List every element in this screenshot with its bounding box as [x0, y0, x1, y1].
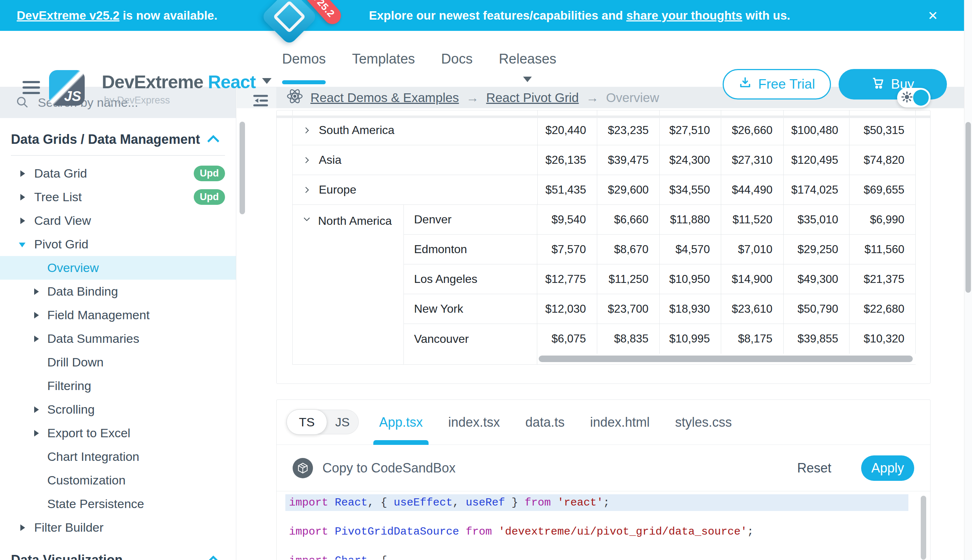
file-tabs: App.tsx index.tsx data.ts index.html sty…	[379, 400, 732, 445]
breadcrumb-demos-link[interactable]: React Demos & Examples	[310, 90, 459, 105]
sidebar-item-drill-down[interactable]: Drill Down	[0, 350, 236, 374]
tab-data-ts[interactable]: data.ts	[525, 400, 564, 445]
pivot-value-cell: $18,930	[660, 294, 721, 323]
pivot-value-cell: $120,495	[784, 145, 850, 175]
brand-title[interactable]: DevExtreme React	[102, 72, 271, 93]
code-token: , {	[368, 497, 394, 509]
region-label: Asia	[319, 153, 341, 167]
sidebar-gutter	[237, 87, 276, 560]
theme-toggle-knob[interactable]	[913, 90, 929, 106]
horizontal-scrollbar-thumb[interactable]	[539, 355, 913, 362]
city-label-cell[interactable]: Los Angeles	[404, 264, 537, 294]
pivot-value-cell: $23,610	[721, 294, 784, 323]
section-data-visualization[interactable]: Data Visualization	[0, 547, 236, 560]
sidebar-item-field-management[interactable]: Field Management	[0, 303, 236, 327]
share-thoughts-link[interactable]: share your thoughts	[626, 9, 742, 23]
devextreme-3d-logo: V25.2	[254, 0, 342, 41]
language-switch-ts[interactable]: TS	[286, 409, 327, 435]
collapse-sidebar-icon[interactable]	[251, 91, 270, 112]
sidebar-item-pivot-grid[interactable]: Pivot Grid	[0, 232, 236, 256]
pivot-value-cell: $49,300	[784, 264, 850, 294]
promo-banner: DevExtreme v25.2 is now available. V25.2…	[0, 0, 972, 31]
expand-row-icon[interactable]	[302, 126, 311, 135]
pivot-value-cell: $7,010	[721, 235, 784, 264]
row-label-cell[interactable]: North America	[293, 205, 404, 364]
sidebar-item-filter-builder[interactable]: Filter Builder	[0, 516, 236, 539]
code-scrollbar-thumb[interactable]	[921, 496, 926, 560]
triangle-down-icon[interactable]	[19, 243, 25, 247]
expand-row-icon[interactable]	[302, 155, 311, 165]
hamburger-menu-icon[interactable]	[23, 81, 40, 97]
chevron-up-icon[interactable]	[207, 135, 219, 147]
brand-name: DevExtreme	[102, 72, 203, 92]
triangle-right-icon[interactable]	[20, 218, 25, 224]
city-label-cell[interactable]: Vancouver	[404, 324, 537, 354]
sidebar-item-data-grid[interactable]: Data GridUpd	[0, 162, 236, 185]
triangle-right-icon[interactable]	[20, 524, 25, 531]
triangle-right-icon[interactable]	[34, 407, 39, 413]
sidebar-item-customization[interactable]: Customization	[0, 468, 236, 492]
tab-index-html[interactable]: index.html	[590, 400, 649, 445]
codesandbox-row: Copy to CodeSandBox Reset Apply	[277, 445, 930, 492]
nav-docs[interactable]: Docs	[441, 31, 473, 87]
sidebar-scrollbar-thumb[interactable]	[239, 122, 245, 214]
item-label: Data Binding	[47, 284, 118, 298]
page-scrollbar-thumb[interactable]	[965, 122, 971, 293]
reset-button[interactable]: Reset	[797, 460, 831, 476]
sidebar-item-data-binding[interactable]: Data Binding	[0, 280, 236, 303]
free-trial-button[interactable]: Free Trial	[723, 69, 831, 100]
banner-close-icon[interactable]: ✕	[928, 0, 938, 31]
sidebar-item-chart-integration[interactable]: Chart Integration	[0, 445, 236, 468]
code-scrollbar[interactable]	[921, 496, 926, 560]
framework-dropdown-caret-icon[interactable]	[262, 78, 271, 84]
row-label-cell[interactable]: Asia	[293, 145, 538, 175]
city-label-cell[interactable]: New York	[404, 294, 537, 323]
sidebar-item-data-summaries[interactable]: Data Summaries	[0, 327, 236, 350]
theme-toggle[interactable]	[897, 88, 930, 107]
tab-styles-css[interactable]: styles.css	[675, 400, 732, 445]
triangle-right-icon[interactable]	[34, 312, 39, 318]
tab-index-tsx[interactable]: index.tsx	[448, 400, 500, 445]
sidebar-item-export-to-excel[interactable]: Export to Excel	[0, 421, 236, 445]
city-label-cell[interactable]: Denver	[404, 205, 537, 234]
nav-releases[interactable]: Releases	[499, 31, 556, 87]
breadcrumb-pivot-grid-link[interactable]: React Pivot Grid	[486, 90, 579, 105]
codesandbox-label[interactable]: Copy to CodeSandBox	[323, 460, 455, 476]
table-group-north-america: North America Denver $9,540 $6,660 $11,8…	[293, 205, 916, 365]
sidebar-item-overview[interactable]: Overview	[0, 256, 236, 280]
triangle-right-icon[interactable]	[34, 335, 39, 342]
language-switch-js[interactable]: JS	[335, 410, 350, 434]
page-scrollbar[interactable]	[964, 0, 972, 560]
sidebar-item-state-persistence[interactable]: State Persistence	[0, 492, 236, 516]
row-label-cell[interactable]: South America	[293, 115, 538, 145]
triangle-right-icon[interactable]	[34, 430, 39, 437]
pivot-value-cell: $11,560	[850, 235, 916, 264]
buy-button[interactable]: Buy	[838, 69, 947, 100]
expand-row-icon[interactable]	[302, 185, 311, 195]
sidebar-item-card-view[interactable]: Card View	[0, 209, 236, 232]
section-data-grids[interactable]: Data Grids / Data Management	[0, 127, 236, 152]
breadcrumb-current: Overview	[606, 90, 659, 105]
triangle-right-icon[interactable]	[20, 194, 25, 200]
pivot-value-cell: $6,075	[537, 324, 597, 354]
sidebar-item-filtering[interactable]: Filtering	[0, 374, 236, 398]
devextreme-js-logo[interactable]: JS	[49, 70, 85, 106]
code-editor[interactable]: import React, { useEffect, useRef } from…	[277, 492, 930, 560]
city-label-cell[interactable]: Edmonton	[404, 235, 537, 264]
language-switch[interactable]: TS JS	[287, 410, 359, 434]
sidebar-item-scrolling[interactable]: Scrolling	[0, 398, 236, 421]
banner-version-link[interactable]: DevExtreme v25.2	[17, 9, 120, 23]
collapse-row-icon[interactable]	[302, 214, 311, 224]
sidebar-item-tree-list[interactable]: Tree ListUpd	[0, 185, 236, 209]
triangle-right-icon[interactable]	[20, 170, 25, 177]
chevron-up-icon[interactable]	[207, 555, 219, 560]
codesandbox-icon[interactable]	[293, 458, 313, 478]
item-label: Tree List	[34, 190, 82, 204]
pivot-value-cell: $50,790	[784, 294, 850, 323]
tab-app-tsx[interactable]: App.tsx	[379, 400, 423, 445]
nav-templates[interactable]: Templates	[352, 31, 415, 87]
apply-button[interactable]: Apply	[861, 455, 914, 481]
triangle-right-icon[interactable]	[34, 288, 39, 295]
horizontal-scrollbar[interactable]	[537, 354, 916, 364]
row-label-cell[interactable]: Europe	[293, 175, 538, 205]
